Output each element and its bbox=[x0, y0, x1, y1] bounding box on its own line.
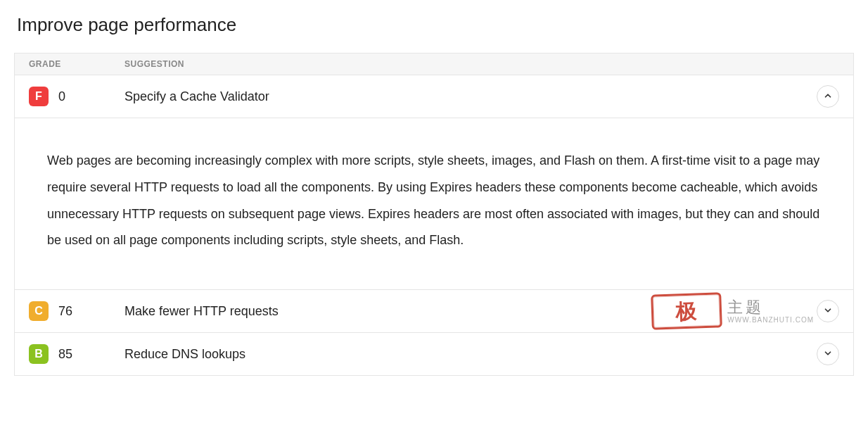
col-header-suggestion: SUGGESTION bbox=[125, 59, 839, 69]
collapse-button[interactable] bbox=[817, 85, 839, 108]
details-text: Web pages are becoming increasingly comp… bbox=[47, 148, 821, 254]
suggestion-row[interactable]: F 0 Specify a Cache Validator bbox=[15, 75, 853, 118]
grade-cell: F 0 bbox=[29, 87, 125, 106]
chevron-down-icon bbox=[823, 348, 833, 360]
suggestions-panel: GRADE SUGGESTION F 0 Specify a Cache Val… bbox=[14, 53, 854, 376]
chevron-down-icon bbox=[823, 305, 833, 317]
suggestion-row[interactable]: C 76 Make fewer HTTP requests 极 主题 WWW.B… bbox=[15, 289, 853, 332]
chevron-up-icon bbox=[823, 91, 833, 103]
col-header-grade: GRADE bbox=[29, 59, 125, 69]
suggestion-text: Reduce DNS lookups bbox=[125, 347, 817, 362]
grade-badge: B bbox=[29, 344, 49, 364]
grade-badge: C bbox=[29, 301, 49, 321]
suggestion-row[interactable]: B 85 Reduce DNS lookups bbox=[15, 332, 853, 375]
suggestion-text: Make fewer HTTP requests bbox=[125, 304, 817, 319]
expand-button[interactable] bbox=[817, 343, 839, 365]
grade-score: 85 bbox=[58, 347, 72, 362]
grade-score: 0 bbox=[58, 89, 65, 104]
grade-badge: F bbox=[29, 87, 49, 106]
suggestion-text: Specify a Cache Validator bbox=[125, 89, 817, 104]
grade-cell: C 76 bbox=[29, 301, 125, 321]
table-header: GRADE SUGGESTION bbox=[15, 53, 853, 75]
page-title: Improve page performance bbox=[17, 14, 854, 36]
grade-cell: B 85 bbox=[29, 344, 125, 364]
suggestion-details: Web pages are becoming increasingly comp… bbox=[15, 118, 853, 289]
grade-score: 76 bbox=[58, 304, 72, 319]
expand-button[interactable] bbox=[817, 300, 839, 322]
